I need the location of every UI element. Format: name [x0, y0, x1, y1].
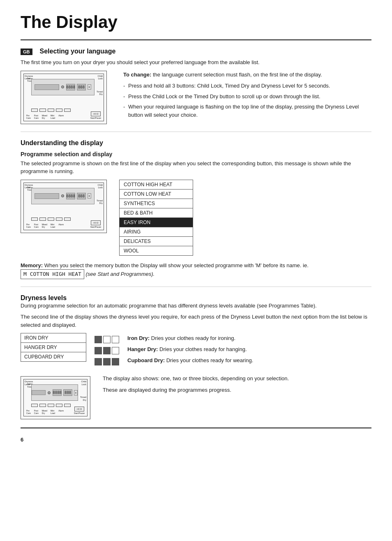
block-2-3	[112, 347, 119, 354]
block-3-3	[112, 358, 119, 365]
dryness-desc-cupboard: Cupboard Dry: Dries your clothes ready f…	[127, 355, 371, 366]
bottom-divider	[21, 428, 371, 428]
prog-item-synthetics: SYNTHETICS	[120, 199, 193, 208]
language-instructions: To change: the language current selectio…	[123, 71, 371, 122]
programme-selection-subtitle: Programme selection and display	[21, 151, 371, 157]
display-note-1: The display also shows: one, two or thre…	[103, 375, 371, 383]
prog-alarm: Alarm	[58, 114, 64, 119]
device3-gear-icon: ⚙	[47, 391, 51, 395]
page-title: The Display	[21, 12, 371, 32]
device2-start-button: >II O	[91, 220, 100, 225]
block-3-2	[103, 358, 111, 365]
prog-item-bed-bath: BED & BATH	[120, 208, 193, 218]
prog-item-delicates: DELICATES	[120, 237, 193, 246]
device3-label-childlock: ChildLock	[81, 380, 86, 386]
dryness-blocks-row-3	[95, 356, 119, 367]
display-top-bar	[35, 84, 59, 90]
prog-mixed: MixedDry	[42, 114, 47, 119]
device3-digits-2: 888	[63, 389, 72, 396]
device3-digit-1: 8888	[53, 389, 62, 396]
prog-post: PostCare	[34, 114, 39, 119]
digit-display-2: 888	[77, 84, 86, 90]
device2-prog-labels: PreCare PostCare MixedDry MiniLoad Alarm	[26, 223, 64, 228]
understanding-display-body: Programme selection and display The sele…	[21, 151, 371, 279]
memory-text: When you select the memory button the Di…	[44, 262, 309, 268]
device2-digit-1: 8888	[66, 193, 75, 199]
device2-display: ⚙ 8888 888 ▪	[31, 188, 95, 204]
selecting-language-title: Selecting your language	[40, 48, 116, 55]
block-2-1	[95, 347, 102, 354]
block-2-2	[103, 347, 111, 354]
dryness-cupboard-label: Cupboard Dry:	[127, 357, 165, 364]
instruction-item-3: When your required language is flashing …	[123, 103, 371, 119]
programme-labels: PreCare PostCare MixedDry MiniLoad Alarm	[26, 114, 64, 119]
device2-prog-mini: MiniLoad	[51, 223, 55, 228]
dryness-blocks-row-2	[95, 345, 119, 356]
understanding-display-title: Understanding the display	[21, 139, 371, 147]
dryness-blocks-row-1	[95, 334, 119, 345]
dryness-levels-col: IRON DRY HANGER DRY CUPBOARD DRY	[21, 333, 86, 362]
dryness-levels-title: Dryness levels	[21, 294, 371, 302]
device-label-childlock: ChildLock	[97, 75, 103, 80]
language-content: DrynessLevel ChildLock TimedDry DelayTim…	[21, 71, 371, 124]
device-illustration-2: DrynessLevel ChildLock TimedDry DelayTim…	[21, 180, 111, 233]
device3-start-area: >II O Start/Pause	[74, 407, 85, 414]
start-pause-label: Start/Pause	[90, 117, 101, 119]
start-pause-area: >II O Start/Pause	[90, 111, 101, 119]
to-change-text: To change: the language current selectio…	[123, 71, 371, 79]
digit-2: 888	[77, 84, 86, 90]
display-note-text: The display also shows: one, two or thre…	[103, 371, 371, 397]
dryness-intro-1-text: During programme selection for an automa…	[21, 303, 317, 309]
device3-label-timeddry: TimedDry	[80, 396, 86, 401]
to-change-label: To change:	[123, 72, 151, 78]
selecting-language-intro: The first time you turn on your dryer yo…	[21, 58, 371, 67]
page-number: 6	[21, 437, 371, 443]
device2-digits: 8888	[66, 193, 75, 199]
device2-digit-2: 888	[77, 193, 86, 199]
device3-display-bar	[32, 390, 46, 395]
programme-list: COTTON HIGH HEAT COTTON LOW HEAT SYNTHET…	[119, 180, 193, 256]
device2-label-childlock: ChildLock	[97, 184, 103, 189]
device2-bottom: PreCare PostCare MixedDry MiniLoad Alarm…	[26, 220, 101, 228]
block-1-3	[112, 336, 119, 343]
device-bottom: PreCare PostCare MixedDry MiniLoad Alarm…	[26, 111, 101, 119]
gb-badge: GB	[21, 49, 32, 55]
dryness-levels-body: During programme selection for an automa…	[21, 302, 371, 420]
memory-line: Memory: When you select the memory butto…	[21, 261, 371, 279]
segment-display: ▪	[88, 84, 91, 90]
device2-label-timeddry: TimedDry	[97, 199, 103, 205]
settings-icon: ⚙	[61, 85, 65, 89]
programme-content: DrynessLevel ChildLock TimedDry DelayTim…	[21, 180, 371, 256]
device3-bottom: PreCare PostCare MixedDry MiniLoad Alarm…	[26, 407, 85, 414]
device2-gear-icon: ⚙	[61, 194, 65, 198]
device3-display: ⚙ 8888 888 ▪	[31, 384, 78, 401]
language-instruction-list: Press and hold all 3 buttons: Child Lock…	[123, 82, 371, 119]
dryness-levels-section: Dryness levels During programme selectio…	[21, 294, 371, 420]
to-change-body: the language current selection must flas…	[153, 72, 322, 78]
prog-pre: PreCare	[26, 114, 31, 119]
device3-prog-labels: PreCare PostCare MixedDry MiniLoad Alarm	[26, 409, 64, 414]
block-3-1	[95, 358, 102, 365]
prog-item-wool: WOOL	[120, 246, 193, 255]
dryness-desc-hanger: Hanger Dry: Dries your clothes ready for…	[127, 344, 371, 355]
device2-start-label: Start/Pause	[90, 226, 101, 228]
dryness-intro-1: During programme selection for an automa…	[21, 302, 371, 310]
dryness-desc-iron: Iron Dry: Dries your clothes ready for i…	[127, 333, 371, 344]
block-1-2	[103, 336, 111, 343]
prog-item-airing: AIRING	[120, 227, 193, 237]
section-header: GB Selecting your language	[21, 48, 371, 55]
device3-prog-mini: MiniLoad	[51, 409, 55, 414]
prog-item-cotton-high: COTTON HIGH HEAT	[120, 180, 193, 190]
programme-selection-intro: The selected programme is shown on the f…	[21, 160, 371, 176]
device2-prog-pre: PreCare	[26, 223, 31, 228]
device3-segment: ▪	[74, 390, 78, 395]
instruction-item-1: Press and hold all 3 buttons: Child Lock…	[123, 82, 371, 90]
device2-segment: ▪	[88, 193, 91, 199]
dryness-hanger-label: Hanger Dry:	[127, 346, 158, 353]
device-box-2: DrynessLevel ChildLock TimedDry DelayTim…	[21, 180, 107, 233]
device3-start-button: >II O	[74, 407, 84, 412]
device-inner-1: DrynessLevel ChildLock TimedDry DelayTim…	[23, 74, 104, 121]
understanding-display-section: Understanding the display Programme sele…	[21, 139, 371, 279]
device2-prog-mixed: MixedDry	[42, 223, 47, 228]
device-box-3: DrynessLevel ChildLock TimedDry DelayTim…	[21, 376, 90, 419]
